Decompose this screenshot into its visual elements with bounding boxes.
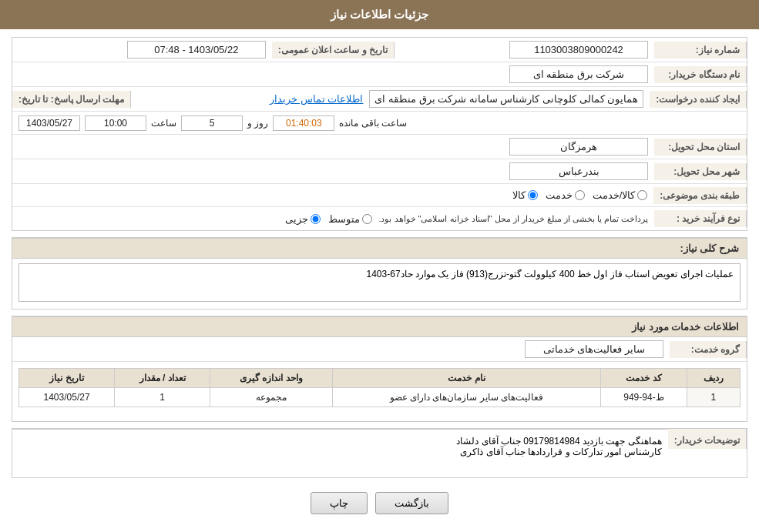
tosihaat-value-cell [12,429,668,477]
shahr-value-cell: بندرعباس [12,159,654,183]
table-header-row: ردیف کد خدمت نام خدمت واحد اندازه گیری ت… [19,369,741,388]
shomara-niaz-row: شماره نیاز: 1103003809000242 تاریخ و ساع… [12,38,747,62]
ostan-row: استان محل تحویل: هرمزگان [12,135,747,159]
goroh-khedmat-value-cell: سایر فعالیت‌های خدماتی [12,337,670,361]
tosihaat-label: توضیحات خریدار: [668,429,747,449]
nam-dastgah-value: شرکت برق منطقه ای [509,65,648,83]
tarikh-value-cell: 1403/05/22 - 07:48 [12,38,272,62]
tarikh-label: تاریخ و ساعت اعلان عمومی: [272,42,395,59]
khadamat-table-container: ردیف کد خدمت نام خدمت واحد اندازه گیری ت… [12,362,747,413]
goroh-khedmat-label: گروه خدمت: [670,341,747,358]
cell-radif: 1 [687,388,740,407]
tabaqeh-row: طبقه بندی موضوعی: کالا/خدمت خدمت [12,184,747,207]
days-label: روز و [247,118,268,129]
days-value: 5 [181,115,243,131]
shomara-niaz-value-cell: 1103003809000242 [395,38,654,62]
ostan-value: هرمزگان [509,138,648,156]
sharh-section: شرح کلی نیاز: [12,237,747,309]
nooe-farayand-container: پرداخت تمام یا بخشی از مبلغ خریدار از مح… [18,211,648,227]
tabaqeh-kala-label: کالا [512,189,526,201]
ostan-label: استان محل تحویل: [654,139,747,156]
print-button[interactable]: چاپ [311,492,368,514]
nooe-farayand-radio-group: متوسط جزیی [285,213,372,225]
sharh-textarea[interactable] [18,263,741,302]
mohlat-time-row: ساعت باقی مانده 01:40:03 روز و 5 ساعت 10… [12,112,747,134]
khadamat-section: اطلاعات خدمات مورد نیاز گروه خدمت: سایر … [12,316,747,422]
remaining-value: 01:40:03 [273,115,334,131]
tabaqeh-khedmat[interactable]: خدمت [546,189,585,201]
back-button[interactable]: بازگشت [375,492,448,514]
tosihaat-section: توضیحات خریدار: [12,428,747,478]
nooe-farayand-row: نوع فرآیند خرید : پرداخت تمام یا بخشی از… [12,207,747,230]
sharh-title: شرح کلی نیاز: [12,238,747,259]
date-value: 1403/05/27 [18,115,80,131]
nam-dastgah-value-cell: شرکت برق منطقه ای [12,62,654,86]
tosihaat-row: توضیحات خریدار: [12,429,747,477]
ijad-konande-value-cell: همایون کمالی کلوچانی کارشناس سامانه شرکت… [131,87,650,111]
mohlat-contact-link[interactable]: اطلاعات تماس خریدار [270,93,363,105]
cell-kod: ط-94-949 [601,388,687,407]
shahr-value: بندرعباس [509,162,648,180]
col-kod: کد خدمت [601,369,687,388]
cell-vahed: مجموعه [210,388,333,407]
nooe-farayand-label: نوع فرآیند خرید : [654,210,747,227]
tarikh-value: 1403/05/22 - 07:48 [127,41,266,59]
tabaqeh-label: طبقه بندی موضوعی: [653,187,747,204]
time-label: ساعت [151,118,176,129]
cell-tedaad: 1 [115,388,210,407]
shahr-label: شهر محل تحویل: [654,163,747,180]
cell-tarikh: 1403/05/27 [19,388,115,407]
farayand-jozi[interactable]: جزیی [285,213,321,225]
remaining-label: ساعت باقی مانده [339,118,407,129]
ijad-konande-row: ایجاد کننده درخواست: همایون کمالی کلوچان… [12,87,747,112]
ijad-konande-label: ایجاد کننده درخواست: [650,91,747,108]
tabaqeh-value-cell: کالا/خدمت خدمت کالا [12,186,653,204]
tabaqeh-kala-jadmat[interactable]: کالا/خدمت [593,189,648,201]
goroh-khedmat-value: سایر فعالیت‌های خدماتی [525,340,663,358]
col-nam: نام خدمت [332,369,600,388]
farayand-mottawaset-label: متوسط [328,213,360,225]
farayand-mottawaset[interactable]: متوسط [328,213,372,225]
page-wrapper: جزئیات اطلاعات نیاز شماره نیاز: 11030038… [0,0,759,532]
tabaqeh-radio-group: کالا/خدمت خدمت کالا [18,189,647,201]
khadamat-title: اطلاعات خدمات مورد نیاز [12,316,747,337]
shahr-row: شهر محل تحویل: بندرعباس [12,159,747,184]
time-value: 10:00 [85,115,146,131]
mohlat-label: مهلت ارسال پاسخ: تا تاریخ: [12,91,131,108]
goroh-khedmat-row: گروه خدمت: سایر فعالیت‌های خدماتی [12,337,747,362]
sharh-content [12,259,747,309]
nam-dastgah-label: نام دستگاه خریدار: [654,66,747,83]
tabaqeh-khedmat-label: خدمت [546,189,573,201]
nooe-farayand-value-cell: پرداخت تمام یا بخشی از مبلغ خریدار از مح… [12,208,654,230]
ijad-konande-value: همایون کمالی کلوچانی کارشناس سامانه شرکت… [369,90,643,108]
shomara-niaz-value: 1103003809000242 [509,41,648,59]
farayand-mottawaset-radio[interactable] [362,214,372,224]
cell-nam: فعالیت‌های سایر سازمان‌های دارای عضو [332,388,600,407]
ostan-value-cell: هرمزگان [12,135,654,159]
tabaqeh-kala-khedmat-radio[interactable] [637,190,647,200]
col-tarikh: تاریخ نیاز [19,369,115,388]
tabaqeh-kala-radio[interactable] [528,190,538,200]
page-title: جزئیات اطلاعات نیاز [331,8,428,21]
col-vahed: واحد اندازه گیری [210,369,333,388]
buttons-row: بازگشت چاپ [12,484,747,522]
tabaqeh-kala[interactable]: کالا [512,189,538,201]
khadamat-table: ردیف کد خدمت نام خدمت واحد اندازه گیری ت… [18,368,741,407]
nam-dastgah-row: نام دستگاه خریدار: شرکت برق منطقه ای [12,62,747,87]
col-radif: ردیف [687,369,740,388]
farayand-jozi-label: جزیی [285,213,308,225]
tosihaat-textarea[interactable] [12,429,668,475]
tabaqeh-kala-khedmat-label: کالا/خدمت [593,189,636,201]
mohlat-row: ساعت باقی مانده 01:40:03 روز و 5 ساعت 10… [12,112,747,135]
content-area: شماره نیاز: 1103003809000242 تاریخ و ساع… [0,29,759,530]
shomara-niaz-label: شماره نیاز: [654,42,747,59]
process-note: پرداخت تمام یا بخشی از مبلغ خریدار از مح… [378,211,648,227]
page-header: جزئیات اطلاعات نیاز [0,0,759,29]
col-tedaad: تعداد / مقدار [115,369,210,388]
tabaqeh-khedmat-radio[interactable] [575,190,585,200]
main-info-section: شماره نیاز: 1103003809000242 تاریخ و ساع… [12,37,747,231]
table-row: 1 ط-94-949 فعالیت‌های سایر سازمان‌های دا… [19,388,741,407]
farayand-jozi-radio[interactable] [311,214,321,224]
